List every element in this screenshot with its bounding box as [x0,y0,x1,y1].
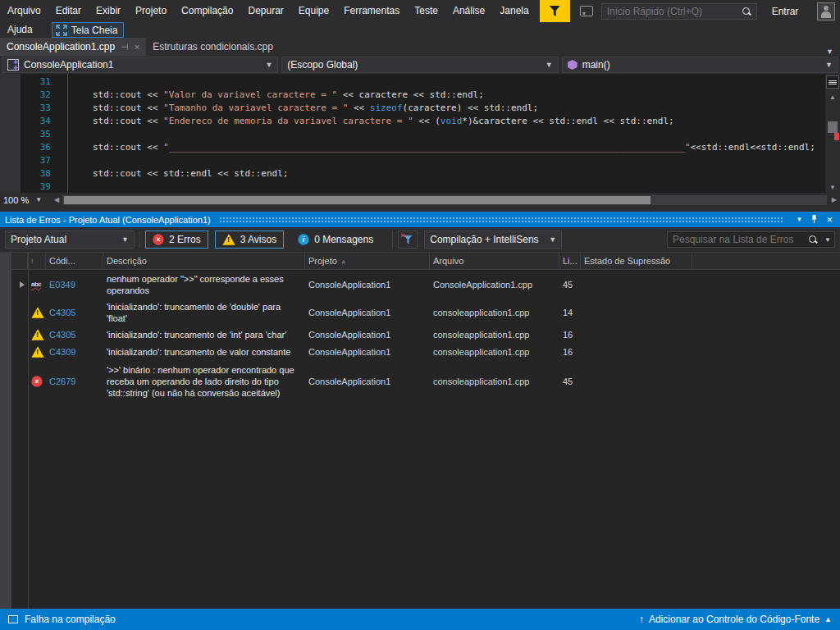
scope-filter-dropdown[interactable]: Projeto Atual ▼ [5,231,135,249]
error-suppression [581,343,692,360]
close-icon[interactable]: × [822,213,837,226]
error-list-toolbar: Projeto Atual ▼ × 2 Erros 3 Avisos i 0 M… [0,227,840,252]
scroll-down-icon[interactable]: ▼ [825,184,840,191]
error-search-input[interactable] [668,234,808,245]
pin-icon[interactable] [806,214,822,226]
header-column-line[interactable]: Li... [559,253,581,269]
code-line[interactable] [68,154,825,167]
severity-cell: × [28,360,46,403]
menu-item-ferramentas[interactable]: Ferramentas [336,0,407,22]
tab-ConsoleApplication1.cpp[interactable]: ConsoleApplication1.cpp⊣× [0,38,146,56]
code-line[interactable] [68,75,825,89]
vertical-scroll-thumb[interactable] [828,121,838,133]
splitter-handle-icon[interactable] [826,75,839,89]
tab-list-chevron-icon[interactable]: ▼ [819,48,840,56]
code-text-area[interactable]: std::cout << "Valor da variavel caracter… [68,74,825,193]
avatar[interactable] [817,2,835,21]
error-search-box[interactable]: ▼ [667,231,835,248]
menu-item-equipe[interactable]: Equipe [291,0,336,22]
code-line[interactable]: std::cout << std::endl << std::endl; [68,167,825,180]
pin-icon[interactable]: ⊣ [121,42,129,52]
code-segment: sizeof [370,103,403,113]
toolbar-separator [392,231,393,248]
menu-item-janela[interactable]: Janela [492,0,536,22]
error-list-title: Lista de Erros - Projeto Atual (ConsoleA… [5,215,211,225]
clear-filters-button[interactable]: × [398,231,418,249]
header-label: Li... [563,256,578,266]
code-line[interactable] [68,128,825,141]
code-segment: std::cout << [93,142,163,153]
code-line[interactable]: std::cout << "Endereco de memoria da var… [68,115,825,128]
scroll-left-icon[interactable]: ◀ [51,196,62,203]
project-dropdown[interactable]: ConsoleApplication1 ▼ [2,57,278,73]
messages-toggle-button[interactable]: i 0 Mensagens [290,231,381,249]
header-column-project[interactable]: Projeto▵ [305,253,430,269]
table-row[interactable]: abcE0349nenhum operador ">>" corresponde… [11,270,840,299]
scroll-right-icon[interactable]: ▶ [829,196,840,203]
error-code-link[interactable]: C4309 [46,343,103,360]
vertical-scrollbar[interactable]: ▲ ▼ [825,74,840,193]
quick-launch-box[interactable] [601,3,757,20]
row-fill [692,343,840,360]
code-segment: "Valor da variavel caractere = " [163,89,337,100]
warnings-toggle-button[interactable]: 3 Avisos [215,231,284,249]
horizontal-scroll-thumb[interactable] [64,196,651,204]
source-filter-dropdown[interactable]: Compilação + IntelliSens ▼ [424,231,562,249]
error-code-link[interactable]: C2679 [46,360,103,403]
table-row[interactable]: C4309'inicializando': truncamento de val… [11,343,840,360]
zoom-dropdown[interactable]: 100 % ▼ [0,193,51,207]
quick-launch-input[interactable] [602,6,742,17]
member-dropdown[interactable]: main() ▼ [562,57,838,73]
breakpoint-margin[interactable] [0,74,21,193]
feedback-icon[interactable] [580,6,593,16]
window-position-icon[interactable]: ▼ [792,216,806,223]
menu-item-teste[interactable]: Teste [407,0,445,22]
build-status-text: Falha na compilação [25,614,116,625]
warning-icon [31,346,43,357]
scroll-up-icon[interactable]: ▲ [825,94,840,101]
code-editor[interactable]: 313233343536373839 std::cout << "Valor d… [0,74,840,193]
menu-item-editar[interactable]: Editar [48,0,89,22]
code-line[interactable]: std::cout << "Valor da variavel caracter… [68,89,825,102]
header-column-file[interactable]: Arquivo [430,253,559,269]
expander-cell[interactable] [11,270,28,299]
table-row[interactable]: ×C2679'>>' binário : nenhum operador enc… [11,360,840,403]
warning-icon [31,307,43,317]
quick-actions-button[interactable] [540,0,570,22]
tab-Estruturas condicionais.cpp[interactable]: Estruturas condicionais.cpp [146,38,280,56]
severity-cell [28,299,46,326]
menu-item-análise[interactable]: Análise [445,0,492,22]
error-code-link[interactable]: C4305 [46,299,103,326]
project-dropdown-label: ConsoleApplication1 [24,59,113,71]
messages-count-label: 0 Mensagens [314,234,373,245]
errors-toggle-button[interactable]: × 2 Erros [145,231,208,249]
code-line[interactable] [68,180,825,193]
menu-items: ArquivoEditarExibirProjetoCompilaçãoDepu… [0,0,536,22]
menu-item-compilação[interactable]: Compilação [174,0,240,22]
error-list-title-bar[interactable]: Lista de Erros - Projeto Atual (ConsoleA… [0,212,840,227]
menu-item-exibir[interactable]: Exibir [89,0,128,22]
code-line[interactable]: std::cout << "Tamanho da variavel caract… [68,102,825,115]
table-row[interactable]: C4305'inicializando': truncamento de 'do… [11,299,840,326]
header-column-description[interactable]: Descrição [103,253,305,269]
header-column-code[interactable]: Códi... [46,253,103,269]
scope-dropdown[interactable]: (Escopo Global) ▼ [281,57,558,73]
close-icon[interactable]: × [135,42,139,52]
line-number: 37 [21,154,51,167]
header-column-suppression[interactable]: Estado de Supressão [581,253,692,269]
code-segment: *)&caractere << std::endl << std::endl; [462,116,673,126]
source-control-button[interactable]: ↑ Adicionar ao Controle do Código-Fonte … [639,614,832,625]
menu-item-projeto[interactable]: Projeto [128,0,174,22]
menu-item-depurar[interactable]: Depurar [240,0,290,22]
header-label: Descrição [107,256,147,266]
error-code-link[interactable]: E0349 [46,270,103,299]
horizontal-scrollbar[interactable] [62,195,827,205]
code-line[interactable]: std::cout << "__________________________… [68,141,825,154]
expander-icon[interactable] [20,281,25,288]
error-code-link[interactable]: C4305 [46,326,103,343]
table-row[interactable]: C4305'inicializando': truncamento de 'in… [11,326,840,343]
error-marker[interactable] [834,133,839,140]
source-filter-label: Compilação + IntelliSens [430,234,538,245]
sign-in-button[interactable]: Entrar [757,6,810,17]
fullscreen-button[interactable]: Tela Cheia [52,22,125,38]
